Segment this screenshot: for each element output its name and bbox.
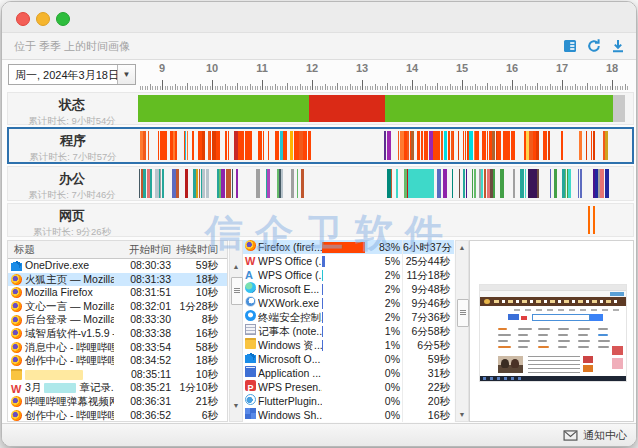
percent-bar-cell <box>322 368 378 379</box>
usage-row[interactable]: Firefox (firef...83%6小时37分 <box>243 240 454 254</box>
table-row[interactable]: 文心一言 — Mozilla ...08:32:011分28秒 <box>8 300 227 314</box>
table-row[interactable]: 火狐主页 — Mozilla ...08:31:3318秒 <box>8 273 227 287</box>
app-icon-cell <box>243 352 258 366</box>
ruler-tick <box>542 86 543 90</box>
ruler-tick <box>315 86 316 90</box>
duration-cell: 11分18秒 <box>402 268 454 282</box>
ruler-tick <box>280 86 281 90</box>
table-row[interactable]: 08:35:1110秒 <box>8 368 227 382</box>
table-scrollbar[interactable]: ▲ ▼ <box>229 240 243 422</box>
app-window-icon <box>245 366 256 377</box>
maximize-button[interactable] <box>56 12 70 26</box>
timeline-stripe <box>411 131 414 160</box>
usage-row[interactable]: WPS Presen...0%22秒 <box>243 380 454 394</box>
usage-row[interactable]: WXWork.exe2%9分46秒 <box>243 296 454 310</box>
redacted-text <box>44 383 76 393</box>
screenshot-thumbnail[interactable] <box>479 284 627 382</box>
usage-row[interactable]: WPS Office (...5%25分44秒 <box>243 254 454 268</box>
programs-bar-track <box>139 131 629 160</box>
timeline-stripe <box>297 169 298 198</box>
row-duration: 累计时长: 7小时46分 <box>8 189 136 202</box>
wps-w-icon <box>11 383 22 394</box>
table-row[interactable]: 创作中心 - 哔哩哔哩...08:34:5218秒 <box>8 354 227 368</box>
timeline-stripe <box>400 131 403 160</box>
usage-row[interactable]: 记事本 (note...1%6分58秒 <box>243 324 454 338</box>
timeline-stripe <box>308 131 311 160</box>
timeline-stripe <box>236 169 238 198</box>
percent-cell: 0% <box>378 380 402 394</box>
scrollbar-thumb[interactable] <box>457 299 469 327</box>
ruler-tick <box>490 86 491 90</box>
percent-bar-cell <box>322 326 378 337</box>
ruler-tick <box>387 83 388 90</box>
ruler-tick <box>455 86 456 90</box>
notification-center-button[interactable]: 通知中心 <box>563 424 627 446</box>
download-icon[interactable] <box>610 38 626 54</box>
ruler-tick <box>480 86 481 90</box>
table-row[interactable]: Mozilla Firefox08:31:5110秒 <box>8 286 227 300</box>
ruler-tick <box>440 86 441 90</box>
title-cell: 哔哩哔哩弹幕视频网 ... <box>8 395 114 409</box>
ruler-tick <box>472 86 473 90</box>
table-row[interactable]: OneDrive.exe08:30:3359秒 <box>8 259 227 273</box>
ruler-tick <box>612 80 613 90</box>
panel-view-icon[interactable] <box>562 38 578 54</box>
usage-row[interactable]: 终端安全控制...2%7分36秒 <box>243 310 454 324</box>
timeline-row-programs[interactable]: 程序 累计时长: 7小时57分 <box>7 127 634 164</box>
ruler-tick <box>240 86 241 90</box>
scrollbar-thumb[interactable] <box>231 277 243 305</box>
ruler-tick <box>460 86 461 90</box>
thumbnail-link-dash <box>518 340 530 342</box>
ruler-tick <box>275 84 276 90</box>
ruler-tick <box>225 84 226 90</box>
ruler-tick <box>507 86 508 90</box>
usage-row[interactable]: Application ...0%31秒 <box>243 366 454 380</box>
usage-row[interactable]: Microsoft O...0%59秒 <box>243 352 454 366</box>
timeline-segment <box>613 95 625 122</box>
scroll-down-icon[interactable]: ▼ <box>230 402 242 409</box>
ruler-tick <box>592 86 593 90</box>
table-row[interactable]: 域智盾软件-v1.5.9 —...08:33:3816秒 <box>8 327 227 341</box>
timeline-row-status[interactable]: 状态 累计时长: 9小时54分 <box>7 92 634 125</box>
duration-cell: 16秒 <box>402 408 454 422</box>
duration-cell: 18秒 <box>176 273 223 287</box>
usage-row[interactable]: WPS Office (...2%11分18秒 <box>243 268 454 282</box>
timeline-row-web[interactable]: 网页 累计时长: 9分26秒 <box>7 203 634 237</box>
usage-row[interactable]: Microsoft E...2%9分48秒 <box>243 282 454 296</box>
timeline-stripe <box>591 131 593 160</box>
usage-row[interactable]: Windows 资...1%6分5秒 <box>243 338 454 352</box>
minimize-button[interactable] <box>36 12 50 26</box>
timeline-segment <box>385 95 613 122</box>
table-row[interactable]: 创作中心 - 哔哩哔哩08:36:526秒 <box>8 409 227 422</box>
app-icon-cell <box>243 310 258 324</box>
percent-cell: 5% <box>378 254 402 268</box>
percent-cell: 2% <box>378 296 402 310</box>
duration-cell: 6分5秒 <box>402 338 454 352</box>
table-row[interactable]: 3月章记录...08:35:211分10秒 <box>8 381 227 395</box>
ruler-tick <box>352 86 353 90</box>
usage-row[interactable]: FlutterPlugin...0%20秒 <box>243 394 454 408</box>
table-row[interactable]: 后台登录 — Mozilla ...08:33:308秒 <box>8 313 227 327</box>
close-button[interactable] <box>16 12 30 26</box>
ruler-tick <box>562 80 563 90</box>
timeline-row-office[interactable]: 办公 累计时长: 7小时46分 <box>7 166 634 201</box>
app-name-cell: WPS Office (... <box>258 254 322 268</box>
date-picker[interactable]: 周一, 2024年3月18日 ▼ <box>8 64 136 85</box>
ruler-tick <box>297 86 298 90</box>
ruler-tick <box>617 86 618 90</box>
usage-scrollbar[interactable]: ▲ ▼ <box>455 240 469 422</box>
scroll-up-icon[interactable]: ▲ <box>456 244 468 251</box>
table-row[interactable]: 消息中心 - 哔哩哔哩...08:33:5458秒 <box>8 341 227 355</box>
scroll-down-icon[interactable]: ▼ <box>456 411 468 418</box>
titlebar <box>2 2 636 33</box>
scroll-up-icon[interactable]: ▲ <box>230 263 242 270</box>
timeline-stripe <box>536 131 539 160</box>
ruler-tick <box>292 86 293 90</box>
timeline-stripe <box>258 131 262 160</box>
ruler-tick <box>552 86 553 90</box>
table-row[interactable]: 哔哩哔哩弹幕视频网 ...08:36:3121秒 <box>8 395 227 409</box>
timeline-stripe <box>192 131 194 160</box>
shield-icon <box>245 310 256 321</box>
refresh-icon[interactable] <box>586 38 602 54</box>
usage-row[interactable]: Windows Sh...0%16秒 <box>243 408 454 422</box>
